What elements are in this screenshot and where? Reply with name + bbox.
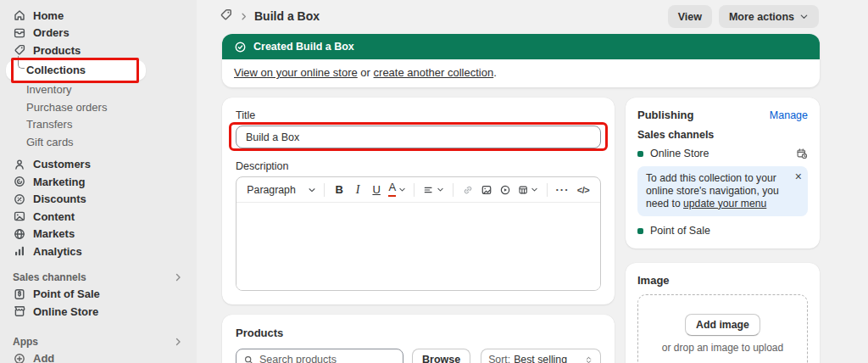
more-formatting-button[interactable]: ··· bbox=[554, 180, 571, 200]
sidebar-item-products[interactable]: Products bbox=[0, 42, 197, 59]
sidebar-section-apps[interactable]: Apps bbox=[0, 333, 197, 350]
description-editor-body[interactable] bbox=[236, 203, 600, 290]
online-store-icon bbox=[13, 304, 26, 318]
discounts-icon bbox=[13, 193, 26, 206]
sidebar-item-purchase-orders[interactable]: Purchase orders bbox=[0, 98, 197, 116]
italic-button[interactable]: I bbox=[349, 180, 366, 200]
more-actions-button[interactable]: More actions bbox=[719, 5, 819, 28]
paragraph-style-dropdown[interactable]: Paragraph bbox=[245, 180, 318, 200]
sidebar: Home Orders Products Collections Invento… bbox=[0, 0, 197, 363]
sidebar-item-orders[interactable]: Orders bbox=[0, 25, 197, 42]
sidebar-item-marketing[interactable]: Marketing bbox=[0, 173, 197, 191]
orders-icon bbox=[13, 26, 26, 40]
sidebar-item-point-of-sale[interactable]: Point of Sale bbox=[0, 286, 197, 304]
header-actions: View More actions bbox=[668, 5, 819, 28]
manage-link[interactable]: Manage bbox=[770, 109, 808, 121]
sidebar-item-online-store[interactable]: Online Store bbox=[0, 303, 197, 321]
underline-button[interactable]: U bbox=[368, 180, 385, 200]
chevron-down-icon bbox=[799, 12, 809, 21]
toolbar-divider bbox=[547, 183, 548, 197]
navigation-info-box: To add this collection to your online st… bbox=[637, 166, 808, 216]
sidebar-item-collections[interactable]: Collections bbox=[6, 60, 146, 81]
image-dropzone[interactable]: Add image or drop an image to upload bbox=[637, 294, 808, 363]
sales-channels-subheading: Sales channels bbox=[637, 129, 808, 141]
banner-title: Created Build a Box bbox=[253, 41, 354, 53]
main-content: Build a Box View More actions bbox=[197, 0, 868, 363]
channel-row-online-store: Online Store bbox=[637, 148, 808, 159]
products-heading: Products bbox=[236, 327, 601, 339]
sidebar-item-markets[interactable]: Markets bbox=[0, 226, 197, 243]
product-search-box bbox=[236, 349, 403, 363]
schedule-calendar-icon[interactable] bbox=[796, 148, 808, 159]
sort-select[interactable]: Sort: Best selling bbox=[481, 349, 601, 363]
success-banner-header: Created Build a Box bbox=[222, 34, 820, 59]
sidebar-item-inventory[interactable]: Inventory bbox=[0, 81, 197, 99]
sidebar-item-add-app[interactable]: Add bbox=[0, 350, 197, 363]
point-of-sale-icon bbox=[13, 288, 26, 301]
products-tag-icon bbox=[13, 43, 26, 57]
drop-hint-text: or drop an image to upload bbox=[662, 342, 783, 354]
chevron-right-icon bbox=[173, 272, 183, 282]
sidebar-item-gift-cards[interactable]: Gift cards bbox=[0, 133, 197, 151]
view-online-store-link[interactable]: View on your online store bbox=[234, 66, 358, 79]
insert-image-button[interactable] bbox=[478, 180, 495, 200]
title-input[interactable] bbox=[236, 126, 601, 148]
text-color-button[interactable]: A bbox=[387, 180, 408, 200]
description-label: Description bbox=[236, 160, 601, 173]
check-circle-icon bbox=[234, 41, 247, 53]
title-description-card: Title Description Paragraph bbox=[222, 98, 615, 304]
insert-link-button[interactable] bbox=[459, 180, 476, 200]
home-icon bbox=[13, 8, 26, 22]
sidebar-item-transfers[interactable]: Transfers bbox=[0, 116, 197, 134]
show-html-button[interactable]: </> bbox=[575, 180, 592, 200]
close-icon[interactable]: × bbox=[795, 170, 802, 182]
analytics-bars-icon bbox=[13, 244, 26, 258]
chevron-down-icon bbox=[308, 186, 316, 194]
success-banner: Created Build a Box View on your online … bbox=[222, 34, 820, 87]
sidebar-item-discounts[interactable]: Discounts bbox=[0, 191, 197, 209]
products-card: Products Browse Sort: Best bbox=[222, 315, 615, 363]
title-label: Title bbox=[236, 109, 601, 122]
alignment-button[interactable] bbox=[420, 180, 446, 200]
content-area: Created Build a Box View on your online … bbox=[197, 32, 868, 363]
breadcrumb-tag-icon[interactable] bbox=[219, 8, 233, 25]
sidebar-item-analytics[interactable]: Analytics bbox=[0, 243, 197, 260]
breadcrumb-chevron-icon bbox=[239, 12, 248, 21]
page-title: Build a Box bbox=[254, 9, 320, 23]
sidebar-item-home[interactable]: Home bbox=[0, 7, 197, 25]
sidebar-item-content[interactable]: Content bbox=[0, 208, 197, 226]
sidebar-section-sales-channels[interactable]: Sales channels bbox=[0, 269, 197, 286]
sort-updown-icon bbox=[584, 355, 593, 363]
add-circle-icon bbox=[13, 352, 26, 363]
chevron-right-icon bbox=[173, 337, 183, 347]
success-banner-body: View on your online store or create anot… bbox=[222, 59, 820, 87]
toolbar-divider bbox=[453, 183, 453, 197]
insert-table-button[interactable] bbox=[515, 180, 541, 200]
publishing-heading: Publishing bbox=[637, 109, 693, 121]
shopify-admin-app: Home Orders Products Collections Invento… bbox=[0, 0, 868, 363]
page-header: Build a Box View More actions bbox=[197, 0, 868, 32]
product-search-input[interactable] bbox=[259, 354, 396, 363]
channel-active-dot bbox=[637, 151, 643, 157]
browse-button[interactable]: Browse bbox=[412, 349, 470, 363]
bold-button[interactable]: B bbox=[331, 180, 348, 200]
toolbar-divider bbox=[324, 183, 325, 197]
rich-text-editor: Paragraph B I U A bbox=[236, 176, 601, 291]
add-image-button[interactable]: Add image bbox=[685, 314, 760, 336]
chevron-down-icon bbox=[398, 186, 406, 193]
update-your-menu-link[interactable]: update your menu bbox=[683, 198, 766, 209]
channel-active-dot bbox=[637, 228, 643, 234]
search-icon bbox=[243, 355, 254, 363]
markets-globe-icon bbox=[13, 227, 26, 241]
editor-toolbar: Paragraph B I U A bbox=[236, 177, 600, 203]
create-another-collection-link[interactable]: create another collection bbox=[374, 66, 494, 79]
content-icon bbox=[13, 209, 26, 223]
customers-icon bbox=[13, 158, 26, 171]
chevron-down-icon bbox=[531, 186, 538, 193]
insert-video-button[interactable] bbox=[497, 180, 514, 200]
sidebar-item-customers[interactable]: Customers bbox=[0, 156, 197, 174]
tree-connector-icon bbox=[18, 56, 25, 69]
view-button[interactable]: View bbox=[668, 5, 712, 28]
sidebar-item-collections-row: Collections bbox=[0, 60, 197, 81]
left-column: Title Description Paragraph bbox=[222, 98, 615, 363]
